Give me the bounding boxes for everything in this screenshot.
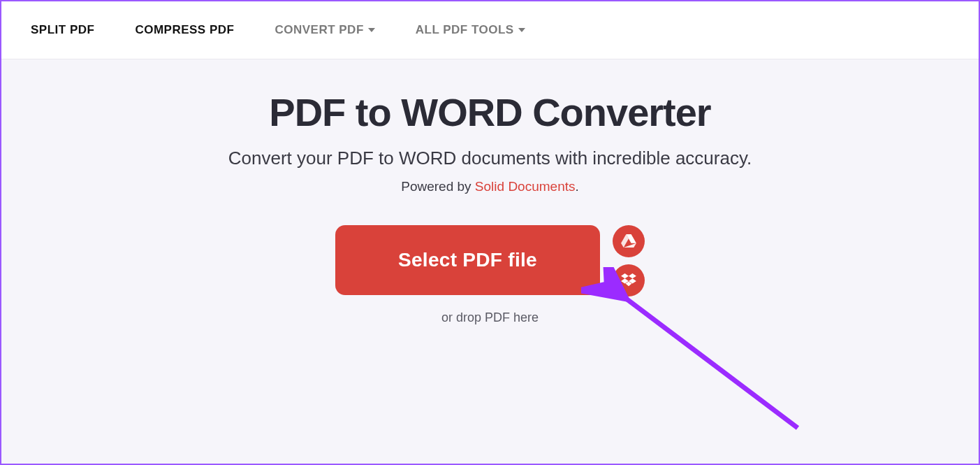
- page-subtitle: Convert your PDF to WORD documents with …: [1, 148, 979, 169]
- hero-section: PDF to WORD Converter Convert your PDF t…: [1, 59, 979, 325]
- powered-by-link[interactable]: Solid Documents: [475, 179, 576, 194]
- dropbox-icon: [621, 273, 636, 287]
- dropbox-button[interactable]: [613, 264, 645, 296]
- nav-split-label: SPLIT PDF: [31, 23, 94, 37]
- nav-convert-pdf[interactable]: CONVERT PDF: [275, 23, 374, 37]
- nav-split-pdf[interactable]: SPLIT PDF: [31, 23, 94, 37]
- nav-compress-label: COMPRESS PDF: [135, 23, 234, 37]
- chevron-down-icon: [518, 28, 525, 32]
- google-drive-icon: [621, 234, 636, 248]
- cloud-import-buttons: [613, 225, 645, 296]
- powered-prefix: Powered by: [401, 179, 475, 194]
- svg-marker-1: [629, 273, 636, 278]
- chevron-down-icon: [368, 28, 375, 32]
- page-title: PDF to WORD Converter: [1, 90, 979, 135]
- nav-convert-label: CONVERT PDF: [275, 23, 363, 37]
- drop-hint: or drop PDF here: [1, 310, 979, 325]
- powered-by-line: Powered by Solid Documents.: [1, 179, 979, 194]
- google-drive-button[interactable]: [613, 225, 645, 257]
- top-navigation: SPLIT PDF COMPRESS PDF CONVERT PDF ALL P…: [1, 1, 979, 59]
- nav-all-tools-label: ALL PDF TOOLS: [416, 23, 514, 37]
- powered-suffix: .: [575, 179, 578, 194]
- nav-compress-pdf[interactable]: COMPRESS PDF: [135, 23, 234, 37]
- upload-row: Select PDF file: [1, 225, 979, 296]
- select-pdf-button[interactable]: Select PDF file: [335, 225, 600, 295]
- svg-marker-0: [621, 273, 629, 278]
- nav-all-pdf-tools[interactable]: ALL PDF TOOLS: [416, 23, 525, 37]
